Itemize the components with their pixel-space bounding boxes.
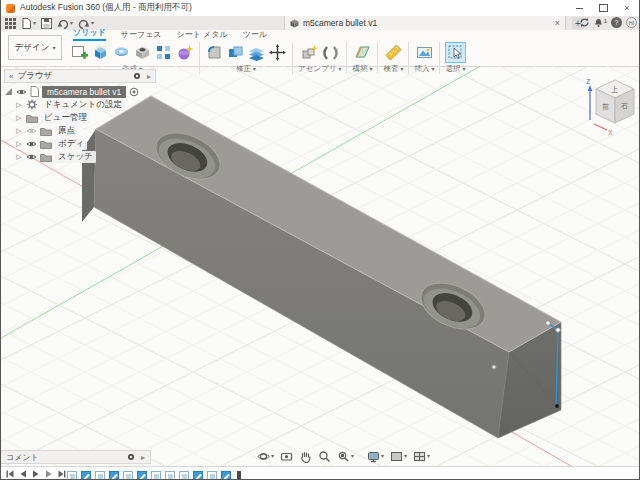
collapse-panel-icon[interactable]: « [9,72,13,81]
expand-caret-icon[interactable]: ▷ [15,140,23,148]
job-status-icon[interactable] [579,17,590,28]
browser-options-icon[interactable] [133,72,141,80]
help-button[interactable]: ? [611,17,622,28]
expand-caret-icon[interactable]: ▷ [15,114,23,122]
timeline-position-marker[interactable] [237,471,241,480]
timeline-feature-item[interactable] [165,471,175,480]
display-settings-button[interactable]: ▾ [367,450,384,463]
data-panel-button[interactable] [5,18,16,29]
ribbon-tab-item[interactable]: サーフェス [121,29,162,41]
construction-plane-icon[interactable] [353,43,372,62]
file-menu-button[interactable]: ▾ [21,18,36,29]
play-button[interactable] [32,470,40,478]
timeline-sketch-item[interactable] [221,471,231,480]
revolve-icon[interactable] [112,43,131,62]
avatar[interactable]: HI [626,17,637,28]
ribbon-tab-item[interactable]: シート メタル [177,29,228,41]
browser-item[interactable]: ▷原点 [4,124,156,137]
timeline-sketch-item[interactable] [137,471,147,480]
comments-bar[interactable]: コメント ▸ [1,450,151,464]
timeline-playback-controls [6,470,66,478]
timeline-sketch-item[interactable] [193,471,203,480]
timeline-sketch-item[interactable] [81,471,91,480]
browser-item[interactable]: ▷スケッチ [4,150,156,163]
visibility-eye-icon[interactable] [26,140,37,148]
timeline-sketch-item[interactable] [109,471,119,480]
skip-end-button[interactable] [58,470,66,478]
browser-root-label[interactable]: m5camera bullet v1 [42,86,126,98]
expand-caret-icon[interactable]: ▷ [15,127,23,135]
visibility-eye-icon[interactable] [26,127,37,135]
viewcube-cube[interactable]: 上 前 右 [596,80,634,123]
panel-resize-chevron-icon[interactable]: ▸ [141,453,145,462]
ribbon-tab-active[interactable]: ソリッド [73,27,106,41]
browser-item-label[interactable]: ドキュメントの設定 [41,99,125,111]
viewcube[interactable]: Z 上 前 右 X [581,72,640,140]
browser-item-label[interactable]: ボディ [55,138,87,150]
extrude-icon[interactable] [91,43,110,62]
visibility-eye-icon[interactable] [16,88,27,96]
step-back-button[interactable] [19,470,27,478]
browser-root-row[interactable]: m5camera bullet v1 [4,85,156,98]
move-icon[interactable] [268,43,287,62]
browser-item-label[interactable]: 原点 [55,125,78,137]
workspace-selector-button[interactable]: デザイン▾ [8,35,62,60]
pan-button[interactable] [299,450,312,463]
timeline-feature-item[interactable] [95,471,105,480]
viewcube-top-label[interactable]: 上 [611,86,618,93]
viewcube-front-label[interactable]: 前 [602,103,609,110]
root-expand-icon[interactable] [4,87,13,96]
timeline-feature-item[interactable] [67,471,77,480]
ribbon-tab-item[interactable]: ツール [243,29,267,41]
timeline-feature-item[interactable] [123,471,133,480]
create-sketch-icon[interactable] [70,43,89,62]
offset-face-icon[interactable] [247,43,266,62]
minimize-button[interactable] [567,0,591,16]
sketch-endpoint[interactable] [555,404,559,408]
browser-item-label[interactable]: ビュー管理 [41,112,90,124]
insert-image-icon[interactable] [415,43,434,62]
step-forward-button[interactable] [45,470,53,478]
browser-item[interactable]: ▷ビュー管理 [4,111,156,124]
select-icon[interactable] [446,43,465,62]
close-button[interactable]: × [615,0,639,16]
browser-item[interactable]: ▷ボディ [4,137,156,150]
activate-radio-icon[interactable] [129,87,139,97]
visibility-eye-icon[interactable] [26,153,37,161]
notifications-bell-icon[interactable]: 1 [594,18,607,28]
sketch-point[interactable] [556,328,561,333]
browser-item[interactable]: ▷ドキュメントの設定 [4,98,156,111]
look-at-button[interactable] [280,450,293,463]
save-button[interactable] [41,18,52,29]
joint-icon[interactable] [321,43,340,62]
maximize-button[interactable] [591,0,615,16]
expand-caret-icon[interactable]: ▷ [15,153,23,161]
hole-icon[interactable] [133,43,152,62]
panel-resize-chevron-icon[interactable]: ▸ [147,72,151,81]
timeline-feature-item[interactable] [151,471,161,480]
combine-icon[interactable] [226,43,245,62]
comments-options-icon[interactable] [127,453,135,461]
viewcube-right-label[interactable]: 右 [621,102,628,110]
timeline-feature-item[interactable] [179,471,189,480]
fit-button[interactable]: ▾ [337,450,354,463]
timeline-feature-item[interactable] [207,471,217,480]
undo-button[interactable]: ▾ [57,18,73,29]
coil-icon[interactable] [175,43,194,62]
sketch-point[interactable] [492,365,496,369]
viewports-button[interactable]: ▾ [413,450,430,463]
browser-header[interactable]: « ブラウザ ▸ [4,69,156,83]
pattern-icon[interactable] [154,43,173,62]
browser-item-label[interactable]: スケッチ [55,151,96,163]
sketch-point[interactable] [546,321,551,326]
zoom-button[interactable] [318,450,331,463]
grid-display-button[interactable]: ▾ [390,450,407,463]
new-component-icon[interactable] [300,43,319,62]
expand-caret-icon[interactable]: ▷ [15,101,23,109]
orbit-button[interactable]: ▾ [257,450,274,463]
measure-icon[interactable] [384,43,403,62]
skip-start-button[interactable] [6,470,14,478]
press-pull-icon[interactable] [205,43,224,62]
tab-close-icon[interactable]: × [555,18,560,28]
document-tab[interactable]: m5camera bullet v1 × [284,16,566,30]
